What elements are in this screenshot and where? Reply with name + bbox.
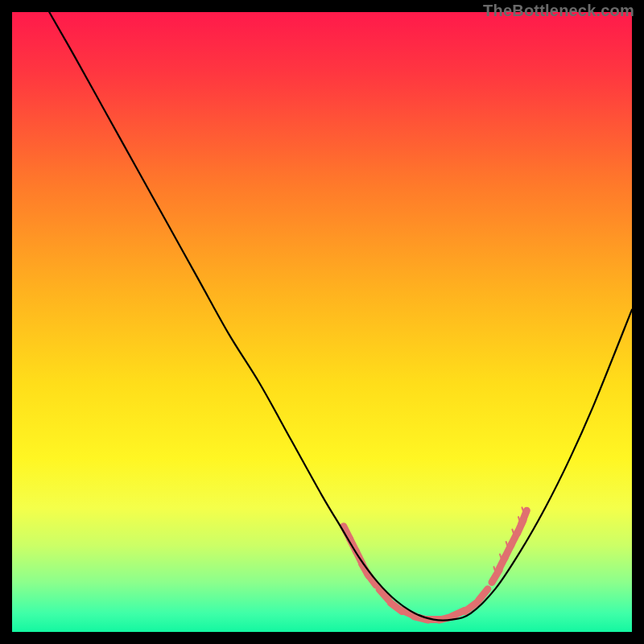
marker-cluster <box>344 507 527 620</box>
bottleneck-curve <box>49 12 632 621</box>
curve-layer <box>12 12 632 632</box>
watermark-text: TheBottleneck.com <box>483 2 634 20</box>
chart-frame: TheBottleneck.com <box>0 0 644 644</box>
marker-dash <box>379 589 389 600</box>
